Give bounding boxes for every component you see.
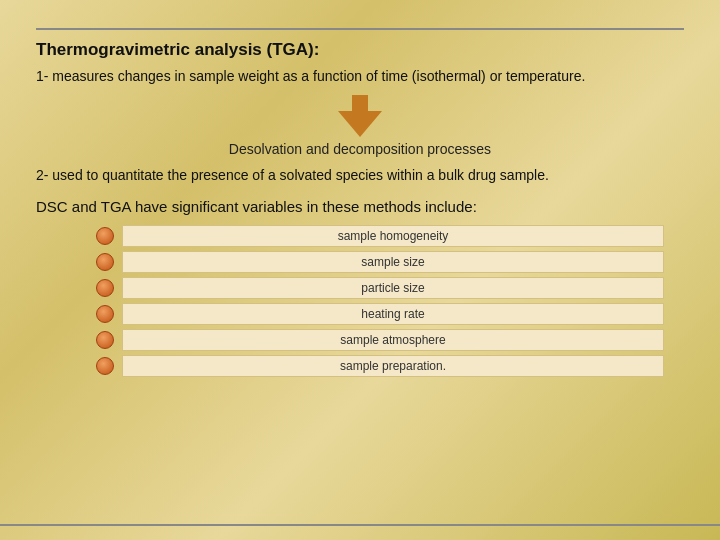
- list-item-label-5: sample preparation.: [122, 355, 664, 377]
- bullet-circle-icon: [96, 357, 114, 375]
- bullet-circle-icon: [96, 227, 114, 245]
- list-item-label-3: heating rate: [122, 303, 664, 325]
- point1-text: 1- measures changes in sample weight as …: [36, 66, 684, 87]
- list-item: sample size: [96, 251, 664, 273]
- list-item: particle size: [96, 277, 664, 299]
- arrow-container: [36, 95, 684, 137]
- list-item: sample homogeneity: [96, 225, 664, 247]
- bullet-circle-icon: [96, 279, 114, 297]
- list-item: sample atmosphere: [96, 329, 664, 351]
- variables-title: DSC and TGA have significant variables i…: [36, 196, 684, 217]
- bullet-circle-icon: [96, 253, 114, 271]
- list-item-label-0: sample homogeneity: [122, 225, 664, 247]
- top-divider: [36, 28, 684, 30]
- bullet-circle-icon: [96, 331, 114, 349]
- bottom-divider: [0, 524, 720, 526]
- down-arrow-icon: [338, 95, 382, 137]
- variables-list: sample homogeneitysample sizeparticle si…: [96, 225, 664, 377]
- desolvation-text: Desolvation and decomposition processes: [36, 141, 684, 157]
- list-item: sample preparation.: [96, 355, 664, 377]
- list-item-label-1: sample size: [122, 251, 664, 273]
- point2-text: 2- used to quantitate the presence of a …: [36, 165, 684, 186]
- slide: Thermogravimetric analysis (TGA): 1- mea…: [0, 0, 720, 540]
- list-item: heating rate: [96, 303, 664, 325]
- list-item-label-4: sample atmosphere: [122, 329, 664, 351]
- list-item-label-2: particle size: [122, 277, 664, 299]
- bullet-circle-icon: [96, 305, 114, 323]
- slide-title: Thermogravimetric analysis (TGA):: [36, 40, 684, 60]
